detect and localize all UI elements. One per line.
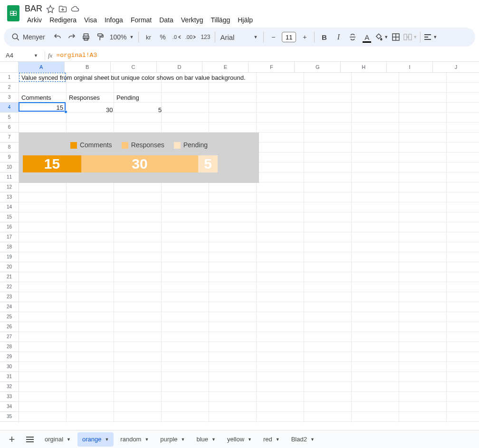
row-header-19[interactable]: 19 <box>0 252 19 262</box>
bold-button[interactable]: B <box>317 30 331 44</box>
cell[interactable]: Comments <box>20 93 53 102</box>
row-header-29[interactable]: 29 <box>0 352 19 362</box>
col-header-G[interactable]: G <box>295 62 341 72</box>
row-header-9[interactable]: 9 <box>0 153 19 162</box>
row-header-17[interactable]: 17 <box>0 232 19 242</box>
row-header-21[interactable]: 21 <box>0 272 19 282</box>
menu-redigera[interactable]: Redigera <box>46 14 80 26</box>
row-header-31[interactable]: 31 <box>0 372 19 382</box>
formula-input[interactable]: =orginal!A3 <box>56 52 479 59</box>
merge-button[interactable]: ▼ <box>403 30 417 44</box>
italic-button[interactable]: I <box>332 30 345 44</box>
col-header-I[interactable]: I <box>387 62 433 72</box>
row-header-26[interactable]: 26 <box>0 322 19 332</box>
col-header-E[interactable]: E <box>202 62 249 72</box>
decrease-decimal-button[interactable]: .0 <box>170 30 183 44</box>
text-color-button[interactable]: A <box>360 30 374 44</box>
sheet-tab-purple[interactable]: purple ▼ <box>155 432 190 447</box>
menu-visa[interactable]: Visa <box>81 14 100 26</box>
row-header-14[interactable]: 14 <box>0 202 19 212</box>
col-header-B[interactable]: B <box>65 62 111 72</box>
col-header-F[interactable]: F <box>249 62 295 72</box>
strikethrough-button[interactable] <box>346 30 359 44</box>
cell[interactable]: 30 <box>105 105 114 114</box>
menu-format[interactable]: Format <box>127 14 155 26</box>
borders-button[interactable] <box>389 30 402 44</box>
col-header-D[interactable]: D <box>157 62 203 72</box>
paint-format-button[interactable] <box>94 30 107 44</box>
sheet-tab-orginal[interactable]: orginal ▼ <box>40 432 76 447</box>
select-all-corner[interactable] <box>0 62 19 72</box>
row-header-23[interactable]: 23 <box>0 292 19 302</box>
row-header-6[interactable]: 6 <box>0 123 19 133</box>
doc-title[interactable]: BAR <box>25 4 42 14</box>
add-sheet-button[interactable]: + <box>4 432 20 447</box>
col-header-J[interactable]: J <box>433 62 479 72</box>
row-header-12[interactable]: 12 <box>0 182 19 192</box>
menu-data[interactable]: Data <box>156 14 177 26</box>
row-header-25[interactable]: 25 <box>0 312 19 322</box>
horizontal-align-button[interactable]: ▼ <box>423 30 437 44</box>
row-header-8[interactable]: 8 <box>0 143 19 153</box>
font-select[interactable]: Arial <box>218 33 251 41</box>
sheet-tab-Blad2[interactable]: Blad2 ▼ <box>287 432 319 447</box>
sheets-logo[interactable] <box>4 4 23 23</box>
menu-verktyg[interactable]: Verktyg <box>178 14 207 26</box>
redo-button[interactable] <box>65 30 78 44</box>
cell[interactable]: Responses <box>67 93 101 102</box>
cell[interactable]: Pending <box>115 93 141 102</box>
menu-infoga[interactable]: Infoga <box>101 14 126 26</box>
row-header-11[interactable]: 11 <box>0 172 19 182</box>
move-icon[interactable] <box>58 5 67 13</box>
row-header-15[interactable]: 15 <box>0 212 19 222</box>
star-icon[interactable] <box>46 5 55 13</box>
sheet-tab-random[interactable]: random ▼ <box>115 432 153 447</box>
row-header-2[interactable]: 2 <box>0 83 19 93</box>
zoom-select[interactable]: 100%▼ <box>108 33 136 41</box>
active-cell[interactable] <box>19 102 66 112</box>
cells-area[interactable]: Value synced from orginal sheet but uniq… <box>19 73 479 422</box>
row-header-3[interactable]: 3 <box>0 93 19 103</box>
row-header-1[interactable]: 1 <box>0 73 19 83</box>
row-header-28[interactable]: 28 <box>0 342 19 352</box>
name-box[interactable]: A4 ▼ <box>4 52 42 59</box>
more-formats-button[interactable]: 123 <box>199 30 212 44</box>
row-header-16[interactable]: 16 <box>0 222 19 232</box>
col-header-A[interactable]: A <box>19 62 65 72</box>
menu-arkiv[interactable]: Arkiv <box>24 14 45 26</box>
fill-handle[interactable] <box>64 110 67 114</box>
row-header-33[interactable]: 33 <box>0 392 19 402</box>
row-header-7[interactable]: 7 <box>0 133 19 143</box>
sheet-tab-yellow[interactable]: yellow ▼ <box>222 432 257 447</box>
col-header-C[interactable]: C <box>111 62 157 72</box>
sheet-tab-red[interactable]: red ▼ <box>259 432 285 447</box>
row-header-27[interactable]: 27 <box>0 332 19 342</box>
row-header-10[interactable]: 10 <box>0 162 19 172</box>
row-header-18[interactable]: 18 <box>0 242 19 252</box>
menu-tillagg[interactable]: Tillägg <box>208 14 234 26</box>
row-header-30[interactable]: 30 <box>0 362 19 372</box>
col-header-H[interactable]: H <box>341 62 387 72</box>
cloud-icon[interactable] <box>71 5 79 13</box>
undo-button[interactable] <box>51 30 64 44</box>
row-header-22[interactable]: 22 <box>0 282 19 292</box>
row-header-4[interactable]: 4 <box>0 103 19 113</box>
increase-decimal-button[interactable]: .00 <box>184 30 198 44</box>
row-header-20[interactable]: 20 <box>0 262 19 272</box>
currency-button[interactable]: kr <box>142 30 155 44</box>
search-menus-button[interactable]: Menyer <box>9 30 50 44</box>
font-size-input[interactable] <box>282 32 296 42</box>
percent-button[interactable]: % <box>156 30 169 44</box>
embedded-chart[interactable]: CommentsResponsesPending15305 <box>19 133 259 183</box>
sheet-tab-orange[interactable]: orange ▼ <box>77 432 114 447</box>
row-header-34[interactable]: 34 <box>0 402 19 412</box>
increase-fontsize-button[interactable]: + <box>298 30 311 44</box>
row-header-13[interactable]: 13 <box>0 192 19 202</box>
row-header-24[interactable]: 24 <box>0 302 19 312</box>
fill-color-button[interactable]: ▼ <box>374 30 388 44</box>
decrease-fontsize-button[interactable]: − <box>267 30 280 44</box>
sheet-tab-blue[interactable]: blue ▼ <box>192 432 220 447</box>
all-sheets-button[interactable] <box>22 432 38 447</box>
menu-hjalp[interactable]: Hjälp <box>234 14 256 26</box>
row-header-35[interactable]: 35 <box>0 412 19 422</box>
